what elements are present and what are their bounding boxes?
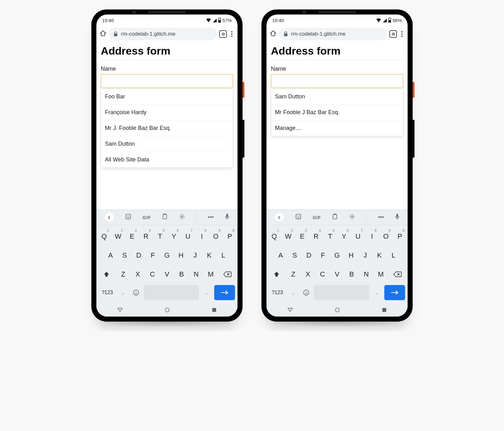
name-input[interactable]	[101, 74, 233, 88]
enter-key-icon[interactable]	[384, 285, 405, 300]
clipboard-icon[interactable]	[332, 213, 338, 221]
gif-icon[interactable]: GIF	[313, 215, 321, 220]
symbols-key[interactable]: ?123	[269, 285, 286, 300]
spacebar-key[interactable]	[314, 285, 369, 300]
key-d[interactable]: D	[132, 247, 146, 264]
home-icon[interactable]	[100, 30, 106, 38]
key-y[interactable]: Y6	[338, 228, 351, 245]
key-n[interactable]: N	[189, 266, 203, 282]
key-q[interactable]: Q1	[268, 228, 281, 245]
period-key[interactable]: .	[201, 285, 212, 300]
key-g[interactable]: G	[160, 247, 174, 264]
key-f[interactable]: F	[146, 247, 159, 264]
key-p[interactable]: P0	[223, 228, 236, 245]
key-s[interactable]: S	[288, 247, 301, 264]
key-i[interactable]: I8	[195, 228, 208, 245]
key-f[interactable]: F	[316, 247, 329, 264]
clipboard-icon[interactable]	[162, 213, 168, 221]
key-j[interactable]: J	[189, 247, 202, 264]
key-s[interactable]: S	[118, 247, 131, 264]
key-o[interactable]: O9	[379, 228, 392, 245]
autofill-suggestion[interactable]: Françoise Hardy	[101, 105, 233, 120]
key-g[interactable]: G	[330, 247, 344, 264]
key-t[interactable]: T5	[153, 228, 166, 245]
key-z[interactable]: Z	[116, 266, 130, 282]
key-r[interactable]: R4	[310, 228, 323, 245]
key-h[interactable]: H	[175, 247, 188, 264]
key-q[interactable]: Q1	[98, 228, 111, 245]
key-b[interactable]: B	[175, 266, 188, 282]
collapse-toolbar-icon[interactable]	[275, 213, 284, 222]
url-omnibox[interactable]: rm-codelab-1.glitch.me	[279, 28, 387, 40]
comma-key[interactable]: ,	[117, 285, 129, 300]
mic-icon[interactable]	[225, 213, 229, 221]
key-h[interactable]: H	[345, 247, 358, 264]
key-k[interactable]: K	[373, 247, 386, 264]
navbar-back-icon[interactable]	[288, 308, 293, 313]
key-p[interactable]: P0	[393, 228, 406, 245]
overflow-menu-icon[interactable]	[231, 31, 232, 37]
key-m[interactable]: M	[204, 266, 217, 282]
period-key[interactable]: .	[371, 285, 382, 300]
tab-count-button[interactable]: :D	[389, 30, 397, 38]
key-r[interactable]: R4	[140, 228, 152, 245]
emoji-key-icon[interactable]	[130, 285, 141, 300]
key-w[interactable]: W2	[112, 228, 124, 245]
key-w[interactable]: W2	[282, 228, 295, 245]
gear-icon[interactable]	[179, 213, 185, 221]
key-b[interactable]: B	[345, 266, 358, 282]
autofill-suggestion[interactable]: Sam Dutton	[101, 136, 233, 152]
more-icon[interactable]: •••	[378, 214, 384, 221]
key-v[interactable]: V	[160, 266, 174, 282]
key-l[interactable]: L	[387, 247, 400, 264]
key-i[interactable]: I8	[365, 228, 378, 245]
autofill-suggestion[interactable]: All Web Site Data	[101, 152, 233, 167]
overflow-menu-icon[interactable]	[401, 31, 403, 37]
key-a[interactable]: A	[104, 247, 117, 264]
key-x[interactable]: X	[131, 266, 145, 282]
sticker-icon[interactable]	[295, 213, 301, 221]
navbar-recents-icon[interactable]	[212, 308, 216, 313]
sticker-icon[interactable]	[125, 213, 131, 221]
shift-key-icon[interactable]	[268, 266, 285, 282]
key-a[interactable]: A	[274, 247, 287, 264]
navbar-home-icon[interactable]	[335, 307, 340, 314]
symbols-key[interactable]: ?123	[99, 285, 116, 300]
key-o[interactable]: O9	[209, 228, 222, 245]
autofill-suggestion[interactable]: Foo Bar	[101, 89, 233, 105]
key-n[interactable]: N	[359, 266, 373, 282]
spacebar-key[interactable]	[144, 285, 199, 300]
autofill-suggestion[interactable]: Sam Dutton	[271, 89, 403, 105]
autofill-suggestion[interactable]: Mr J. Fooble Baz Bar Esq.	[101, 120, 233, 136]
navbar-back-icon[interactable]	[117, 308, 123, 313]
navbar-recents-icon[interactable]	[382, 308, 387, 313]
key-c[interactable]: C	[316, 266, 329, 282]
collapse-toolbar-icon[interactable]	[105, 213, 114, 222]
gif-icon[interactable]: GIF	[143, 215, 151, 220]
backspace-key-icon[interactable]	[219, 266, 236, 282]
tab-count-button[interactable]: :D	[219, 30, 227, 38]
key-t[interactable]: T5	[324, 228, 336, 245]
key-x[interactable]: X	[301, 266, 315, 282]
key-m[interactable]: M	[374, 266, 387, 282]
more-icon[interactable]: •••	[208, 214, 214, 221]
key-z[interactable]: Z	[286, 266, 300, 282]
key-u[interactable]: U7	[181, 228, 194, 245]
navbar-home-icon[interactable]	[165, 307, 170, 314]
shift-key-icon[interactable]	[98, 266, 115, 282]
backspace-key-icon[interactable]	[389, 266, 406, 282]
key-d[interactable]: D	[302, 247, 316, 264]
key-u[interactable]: U7	[352, 228, 364, 245]
key-e[interactable]: E3	[296, 228, 309, 245]
name-input[interactable]	[271, 74, 403, 88]
key-c[interactable]: C	[146, 266, 159, 282]
key-v[interactable]: V	[330, 266, 344, 282]
key-k[interactable]: K	[203, 247, 216, 264]
key-y[interactable]: Y6	[168, 228, 180, 245]
autofill-manage-link[interactable]: Manage…	[271, 120, 403, 136]
enter-key-icon[interactable]	[214, 285, 235, 300]
key-j[interactable]: J	[359, 247, 372, 264]
gear-icon[interactable]	[349, 213, 355, 221]
key-e[interactable]: E3	[126, 228, 139, 245]
mic-icon[interactable]	[395, 213, 399, 221]
